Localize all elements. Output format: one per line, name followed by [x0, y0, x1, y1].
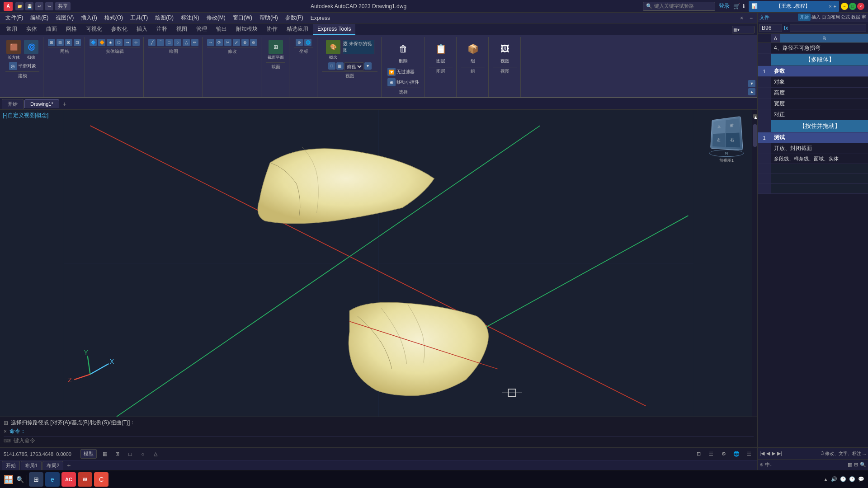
view-sm-3[interactable]: ▼: [364, 62, 372, 70]
task-icon-wps[interactable]: W: [78, 472, 92, 487]
solid-icon-5[interactable]: ⊸: [124, 39, 131, 46]
mesh-icon-1[interactable]: ⊞: [48, 39, 55, 46]
modify-icon-1[interactable]: ↔: [207, 39, 214, 46]
menu-dim[interactable]: 标注(N): [177, 13, 203, 23]
task-icon-1[interactable]: ⊞: [29, 472, 43, 487]
modify-icon-6[interactable]: ⊖: [250, 39, 257, 46]
draw-icon-3[interactable]: □: [165, 39, 173, 46]
notification-icon[interactable]: 💬: [858, 476, 864, 482]
task-icon-autocad[interactable]: AC: [61, 472, 76, 487]
tab-annotate[interactable]: 注释: [152, 23, 172, 36]
draw-icon-4[interactable]: ○: [174, 39, 181, 46]
solid-icon-1[interactable]: 🔷: [90, 39, 97, 46]
windows-icon[interactable]: 🪟: [4, 474, 14, 484]
solid-icon-4[interactable]: ⬡: [115, 39, 123, 46]
settings-icon[interactable]: ⚙: [719, 450, 728, 459]
tray-icon-1[interactable]: ▲: [823, 477, 828, 482]
task-icon-c[interactable]: C: [94, 472, 108, 487]
redo-icon[interactable]: ↪: [45, 2, 53, 10]
zoom-center-icon[interactable]: ⊕ 中-: [760, 461, 772, 468]
ss-row-empty-3[interactable]: [758, 184, 868, 194]
save-icon[interactable]: 💾: [25, 2, 33, 10]
tab-start[interactable]: 开始: [2, 99, 24, 109]
viewcube[interactable]: 上 前 左 右 N 前视图1: [709, 117, 744, 164]
mesh-icon-3[interactable]: ⊠: [65, 39, 72, 46]
modify-icon-3[interactable]: ✂: [224, 39, 231, 46]
tab-visualize[interactable]: 可视化: [81, 23, 107, 36]
tab-manage[interactable]: 管理: [192, 23, 212, 36]
tab-common[interactable]: 常用: [2, 23, 22, 36]
solid-icon-3[interactable]: ◈: [107, 39, 114, 46]
formula-input-field[interactable]: [790, 24, 866, 32]
model-btn[interactable]: 模型: [80, 449, 97, 459]
menu-file[interactable]: 文件(F): [2, 13, 27, 23]
view-dropdown[interactable]: ▦▾: [732, 26, 755, 33]
polar-icon[interactable]: ○: [138, 450, 147, 459]
right-grid-icon[interactable]: ▦: [848, 462, 852, 468]
unsaved-view-btn[interactable]: 🖼 未保存的视图: [343, 39, 374, 61]
tab-express[interactable]: Express Tools: [313, 24, 355, 35]
tab-solid[interactable]: 实体: [22, 23, 42, 36]
ss-row-test-b[interactable]: 测试: [771, 132, 868, 143]
ss-row-obj-b[interactable]: 对象: [771, 77, 868, 87]
close-command-icon[interactable]: ×: [4, 428, 7, 435]
solid-icon-6[interactable]: ⊹: [132, 39, 140, 46]
ss-row-height-b[interactable]: 高度: [771, 88, 868, 98]
tab-view[interactable]: 视图: [172, 23, 192, 36]
right-expand-icon[interactable]: ⊞: [854, 462, 858, 468]
shop-icon[interactable]: 🛒: [733, 3, 740, 9]
menu-tools[interactable]: 工具(T): [127, 13, 151, 23]
view2-btn[interactable]: 🖼 视图: [493, 39, 517, 66]
status-icon-1[interactable]: ⊡: [694, 450, 703, 459]
ss-row-param-b[interactable]: 参数: [771, 66, 868, 76]
model-tab[interactable]: 开始: [2, 461, 20, 470]
login-btn[interactable]: 登录: [719, 2, 730, 10]
right-insert-btn[interactable]: 开始: [798, 14, 811, 21]
window-close-btn[interactable]: ×: [736, 15, 747, 21]
add-layout-tab[interactable]: +: [64, 461, 73, 470]
viewcube-ring[interactable]: N: [709, 150, 744, 157]
navismode-dropdown[interactable]: 俯视: [344, 62, 363, 70]
tab-param[interactable]: 参数化: [107, 23, 132, 36]
tab-insert[interactable]: 插入: [132, 23, 152, 36]
close-button[interactable]: ×: [857, 3, 864, 10]
right-file-btn[interactable]: 文件: [760, 14, 769, 21]
move-widget-btn[interactable]: ⊕ 移动小控件: [386, 78, 420, 87]
menu-insert[interactable]: 插入(I): [77, 13, 100, 23]
ss-empty2-b[interactable]: [771, 174, 868, 183]
clock[interactable]: 🕐: [849, 476, 855, 482]
snap-icon[interactable]: ⊞: [113, 450, 122, 459]
tab-featured[interactable]: 精选应用: [282, 23, 313, 36]
globe-icon[interactable]: 🌐: [732, 450, 741, 459]
ss-row-empty-1[interactable]: [758, 164, 868, 174]
draw-icon-1[interactable]: ╱: [148, 39, 156, 46]
ss-row-align-b[interactable]: 对正: [771, 109, 868, 120]
view-sm-2[interactable]: ▦: [336, 62, 344, 70]
group-btn[interactable]: 📦 组: [461, 39, 485, 66]
task-icon-edge[interactable]: e: [45, 472, 60, 487]
layer-btn[interactable]: 📋 图层: [429, 39, 453, 66]
status-icon-2[interactable]: ☰: [707, 450, 716, 459]
erase-btn[interactable]: 🗑 删除: [386, 39, 420, 66]
view-sm-1[interactable]: □: [328, 62, 335, 70]
ss-cell-1-b[interactable]: 4、路径不可急拐弯: [771, 43, 868, 53]
right-panel-add[interactable]: +: [834, 4, 836, 9]
window-min-btn[interactable]: −: [747, 15, 755, 21]
menu-format[interactable]: 格式(O): [101, 13, 127, 23]
language-indicator[interactable]: 🕐: [840, 476, 846, 482]
ss-row-open-close-b[interactable]: 开放、封闭截面: [771, 143, 868, 154]
menu-modify[interactable]: 修改(M): [203, 13, 229, 23]
ss-row-polyline-b[interactable]: 多段线、样条线、面域、实体: [771, 154, 868, 164]
layout1-tab[interactable]: 布局1: [21, 461, 42, 470]
share-btn[interactable]: 共享: [55, 2, 71, 10]
layout2-tab[interactable]: 布局2: [42, 461, 63, 470]
section-plane-btn[interactable]: ⊞ 截面平面: [267, 39, 285, 61]
mesh-icon-2[interactable]: ⊟: [57, 39, 64, 46]
tab-addins[interactable]: 附加模块: [231, 23, 262, 36]
menu-edit[interactable]: 编辑(E): [27, 13, 52, 23]
canvas-viewport[interactable]: X Y Z [-]自定义视图[概念] 上: [0, 110, 757, 417]
nav-next[interactable]: ▶: [772, 450, 775, 456]
nav-first[interactable]: |◀: [760, 450, 764, 456]
search-taskbar-icon[interactable]: 🔍: [16, 476, 24, 483]
tab-collab[interactable]: 协作: [262, 23, 282, 36]
